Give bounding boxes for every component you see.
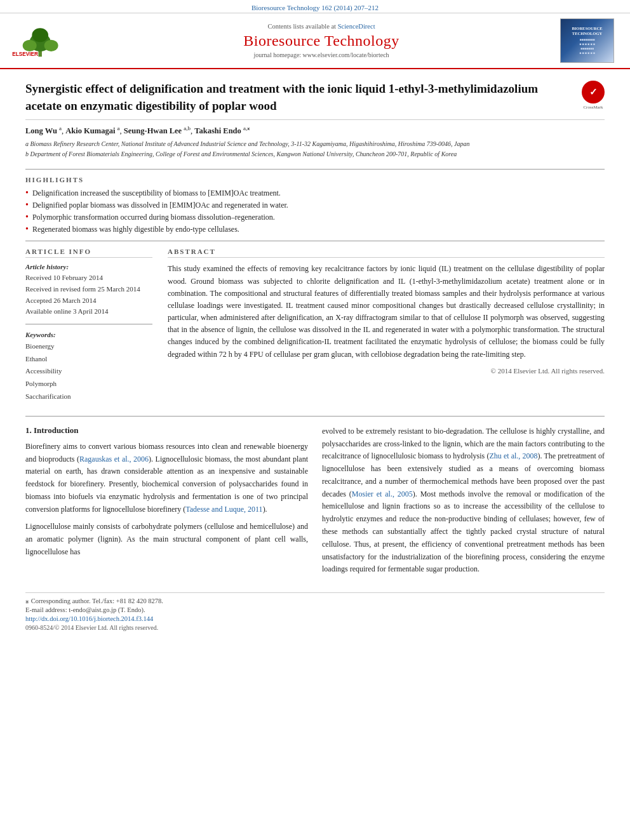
received-date: Received 10 February 2014	[25, 272, 152, 284]
crossmark-label: CrossMark	[582, 105, 605, 110]
journal-header-center: Contents lists available at ScienceDirec…	[83, 23, 560, 58]
info-divider	[25, 324, 152, 324]
highlights-label: HIGHLIGHTS	[25, 176, 605, 183]
affiliation-b: b Department of Forest Biomaterials Engi…	[25, 150, 605, 159]
online-date: Available online 3 April 2014	[25, 306, 152, 317]
elsevier-logo-area: ELSEVIER	[6, 23, 83, 58]
keyword-accessibility: Accessibility	[25, 365, 152, 378]
article-title-section: Synergistic effect of delignification an…	[25, 69, 605, 120]
corresponding-footnote: ⁎ Corresponding author. Tel./fax: +81 82…	[25, 597, 605, 604]
main-body: 1. Introduction Biorefinery aims to conv…	[25, 425, 605, 582]
content-area: Synergistic effect of delignification an…	[0, 69, 630, 631]
intro-heading: 1. Introduction	[25, 425, 308, 436]
journal-homepage: journal homepage: www.elsevier.com/locat…	[95, 51, 547, 58]
abstract-col: ABSTRACT This study examined the effects…	[168, 248, 605, 409]
highlight-text: Regenerated biomass was highly digestibl…	[32, 225, 239, 234]
accepted-date: Accepted 26 March 2014	[25, 295, 152, 307]
journal-title: Bioresource Technology	[95, 32, 547, 50]
article-history-label: Article history:	[25, 263, 152, 270]
abstract-paragraph: This study examined the effects of remov…	[168, 263, 605, 361]
copyright-line: © 2014 Elsevier Ltd. All rights reserved…	[168, 366, 605, 377]
svg-point-3	[44, 39, 58, 51]
highlight-item: • Polymorphic transformation occurred du…	[25, 213, 605, 222]
elsevier-logo: ELSEVIER	[6, 23, 83, 58]
footer-section: ⁎ Corresponding author. Tel./fax: +81 82…	[25, 592, 605, 631]
ref-ragauskas: Ragauskas et al., 2006	[79, 455, 149, 463]
crossmark-icon: ✓	[582, 81, 605, 103]
ref-mosier: Mosier et al., 2005	[352, 490, 413, 498]
authors-line: Long Wu a, Akio Kumagai a, Seung-Hwan Le…	[25, 125, 605, 136]
keyword-ethanol: Ethanol	[25, 353, 152, 366]
article-title: Synergistic effect of delignification an…	[25, 81, 582, 114]
divider-2	[25, 241, 605, 241]
svg-text:ELSEVIER: ELSEVIER	[12, 51, 38, 57]
highlight-text: Delignified poplar biomass was dissolved…	[32, 201, 288, 210]
ref-zhu: Zhu et al., 2008	[489, 451, 537, 460]
keyword-bioenergy: Bioenergy	[25, 340, 152, 353]
divider-1	[25, 169, 605, 170]
keyword-polymorph: Polymorph	[25, 378, 152, 390]
citation-bar: Bioresource Technology 162 (2014) 207–21…	[0, 0, 630, 13]
body-right-col: evolved to be extremely resistant to bio…	[322, 425, 605, 582]
highlight-text: Polymorphic transformation occurred duri…	[32, 213, 275, 222]
highlight-item: • Delignification increased the suscepti…	[25, 189, 605, 198]
article-history-group: Article history: Received 10 February 20…	[25, 263, 152, 317]
bullet-icon: •	[25, 201, 29, 210]
highlight-text: Delignification increased the susceptibi…	[32, 189, 281, 198]
body-paragraph-3: evolved to be extremely resistant to bio…	[322, 425, 605, 577]
info-abstract-cols: ARTICLE INFO Article history: Received 1…	[25, 248, 605, 409]
elsevier-tree-icon: ELSEVIER	[6, 23, 76, 58]
bullet-icon: •	[25, 225, 29, 234]
abstract-label: ABSTRACT	[168, 248, 605, 258]
bullet-icon: •	[25, 213, 29, 222]
article-info-col: ARTICLE INFO Article history: Received 1…	[25, 248, 152, 409]
email-footnote: E-mail address: t-endo@aist.go.jp (T. En…	[25, 606, 605, 613]
svg-point-4	[32, 28, 48, 42]
divider-3	[25, 416, 605, 417]
journal-thumbnail: BIORESOURCETECHNOLOGY ■■■■■■■■■ ■ ■ ■ ■ …	[560, 18, 614, 63]
abstract-text: This study examined the effects of remov…	[168, 263, 605, 377]
thumb-content: ■■■■■■■■■ ■ ■ ■ ■ ■■■■■■■■■ ■ ■ ■ ■ ■	[579, 37, 594, 55]
affiliation-a: a Biomass Refinery Research Center, Nati…	[25, 140, 605, 149]
journal-header: ELSEVIER Contents lists available at Sci…	[0, 13, 630, 69]
crossmark-area: ✓ CrossMark	[582, 81, 605, 110]
ref-tadesse: Tadesse and Luque, 2011	[185, 505, 262, 514]
keyword-saccharification: Saccharification	[25, 390, 152, 403]
revised-date: Received in revised form 25 March 2014	[25, 284, 152, 295]
svg-point-2	[23, 39, 37, 51]
bullet-icon: •	[25, 189, 29, 197]
article-info-label: ARTICLE INFO	[25, 248, 152, 258]
body-text-right: evolved to be extremely resistant to bio…	[322, 425, 605, 577]
keywords-group: Keywords: Bioenergy Ethanol Accessibilit…	[25, 331, 152, 403]
issn-line: 0960-8524/© 2014 Elsevier Ltd. All right…	[25, 624, 605, 631]
body-paragraph-1: Biorefinery aims to convert various biom…	[25, 441, 308, 516]
body-paragraph-2: Lignocellulose mainly consists of carboh…	[25, 521, 308, 558]
keywords-label: Keywords:	[25, 331, 152, 338]
body-left-col: 1. Introduction Biorefinery aims to conv…	[25, 425, 308, 582]
highlight-item: • Regenerated biomass was highly digesti…	[25, 225, 605, 234]
journal-thumbnail-area: BIORESOURCETECHNOLOGY ■■■■■■■■■ ■ ■ ■ ■ …	[560, 18, 617, 63]
authors-section: Long Wu a, Akio Kumagai a, Seung-Hwan Le…	[25, 120, 605, 163]
thumb-title: BIORESOURCETECHNOLOGY	[572, 26, 602, 36]
body-text-left: Biorefinery aims to convert various biom…	[25, 441, 308, 559]
sciencedirect-note: Contents lists available at ScienceDirec…	[95, 23, 547, 30]
highlights-section: HIGHLIGHTS • Delignification increased t…	[25, 176, 605, 234]
journal-citation: Bioresource Technology 162 (2014) 207–21…	[251, 4, 379, 11]
highlight-item: • Delignified poplar biomass was dissolv…	[25, 201, 605, 210]
doi-footnote: http://dx.doi.org/10.1016/j.biortech.201…	[25, 615, 605, 622]
